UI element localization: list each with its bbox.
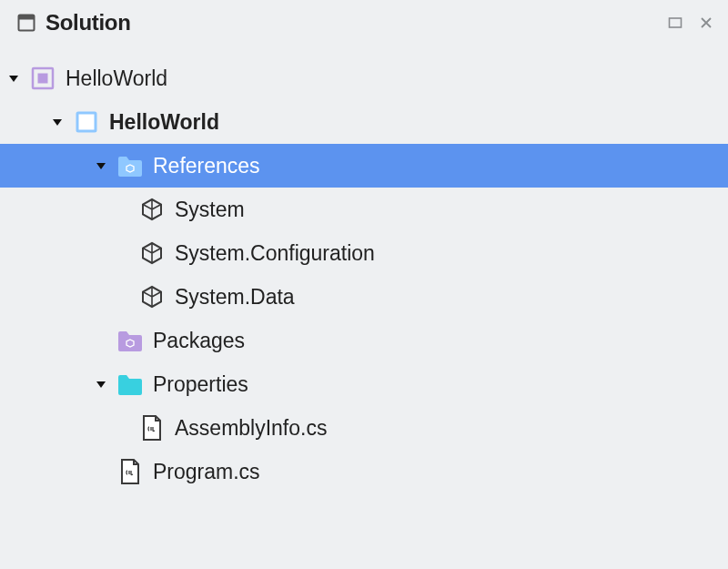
- tree-node-file[interactable]: AssemblyInfo.cs: [0, 406, 728, 450]
- tree-node-file[interactable]: Program.cs: [0, 450, 728, 493]
- tree-node-reference[interactable]: System.Configuration: [0, 231, 728, 275]
- svg-rect-4: [38, 74, 48, 84]
- panel-header-actions: [666, 14, 715, 32]
- solution-explorer-panel: Solution HelloWorld: [0, 0, 728, 569]
- node-label: System.Data: [175, 285, 295, 310]
- node-label: System: [175, 198, 245, 222]
- project-icon: [73, 108, 100, 136]
- node-label: Properties: [153, 372, 248, 397]
- node-label: Program.cs: [153, 460, 260, 484]
- assembly-icon: [138, 283, 166, 310]
- tree-node-project[interactable]: HelloWorld: [0, 100, 728, 144]
- close-button[interactable]: [697, 14, 715, 32]
- node-label: System.Configuration: [175, 241, 375, 266]
- panel-title: Solution: [46, 10, 666, 36]
- solution-tree[interactable]: HelloWorld HelloWorld: [0, 44, 728, 493]
- csharp-file-icon: [138, 414, 166, 442]
- expand-toggle[interactable]: [47, 112, 67, 132]
- expand-toggle[interactable]: [4, 68, 24, 88]
- assembly-icon: [138, 196, 166, 223]
- references-folder-icon: [116, 152, 144, 179]
- node-label: HelloWorld: [109, 110, 219, 135]
- panel-header: Solution: [0, 0, 728, 44]
- packages-folder-icon: [116, 327, 144, 354]
- minimize-button[interactable]: [666, 14, 684, 32]
- tree-node-reference[interactable]: System.Data: [0, 275, 728, 319]
- node-label: References: [153, 154, 260, 178]
- tree-node-references[interactable]: References: [0, 144, 728, 188]
- tree-node-properties[interactable]: Properties: [0, 362, 728, 406]
- assembly-icon: [138, 239, 166, 267]
- expand-toggle[interactable]: [91, 374, 111, 394]
- solution-icon: [29, 65, 56, 92]
- tree-node-packages[interactable]: Packages: [0, 319, 728, 362]
- svg-rect-5: [77, 113, 96, 131]
- csharp-file-icon: [116, 458, 144, 485]
- node-label: Packages: [153, 329, 245, 353]
- svg-rect-2: [670, 18, 682, 27]
- tree-node-solution[interactable]: HelloWorld: [0, 56, 728, 100]
- panel-icon: [16, 13, 36, 33]
- node-label: HelloWorld: [66, 66, 167, 91]
- tree-node-reference[interactable]: System: [0, 188, 728, 231]
- node-label: AssemblyInfo.cs: [175, 416, 327, 441]
- properties-folder-icon: [116, 371, 144, 398]
- svg-rect-1: [19, 15, 35, 20]
- expand-toggle[interactable]: [91, 156, 111, 176]
